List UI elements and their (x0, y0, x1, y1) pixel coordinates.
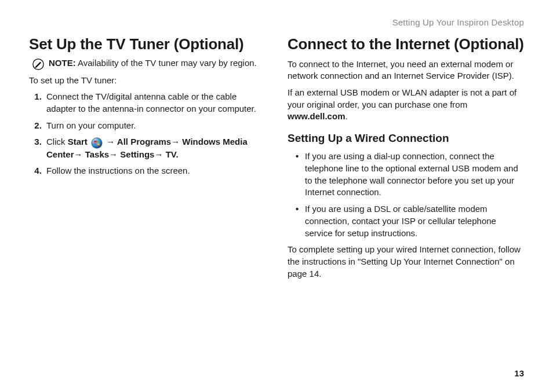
tv-tuner-intro: To set up the TV tuner: (29, 75, 265, 87)
subheading-wired: Setting Up a Wired Connection (288, 131, 524, 146)
note-text: NOTE: Availability of the TV tuner may v… (49, 57, 257, 69)
heading-internet: Connect to the Internet (Optional) (288, 35, 524, 54)
step3-tv: TV. (166, 149, 179, 159)
heading-tv-tuner: Set Up the TV Tuner (Optional) (29, 35, 265, 54)
page-number: 13 (514, 368, 524, 378)
internet-purchase: If an external USB modem or WLAN adapter… (288, 87, 524, 123)
internet-intro: To connect to the Internet, you need an … (288, 58, 524, 82)
step-2: Turn on your computer. (44, 120, 265, 132)
step3-tasks: Tasks (85, 149, 109, 159)
step3-arrow3: → (74, 149, 85, 159)
tv-tuner-steps: Connect the TV/digital antenna cable or … (29, 91, 265, 177)
step3-arrow4: → (109, 149, 120, 159)
wired-bullet-2: If you are using a DSL or cable/satellit… (299, 203, 524, 239)
manual-page: Setting Up Your Inspiron Desktop Set Up … (0, 0, 553, 392)
internet-p2c: . (345, 111, 347, 121)
step3-arrow1: → (104, 137, 117, 146)
wired-bullets: If you are using a dial-up connection, c… (288, 151, 524, 239)
step3-prefix: Click (46, 137, 68, 146)
right-column: Connect to the Internet (Optional) To co… (288, 35, 524, 284)
step-1: Connect the TV/digital antenna cable or … (44, 91, 265, 115)
note-body: Availability of the TV tuner may vary by… (76, 58, 257, 68)
step-4: Follow the instructions on the screen. (44, 165, 265, 177)
step-3: Click Start (44, 136, 265, 160)
two-column-layout: Set Up the TV Tuner (Optional) NOTE: Ava… (29, 35, 524, 284)
note-icon (32, 58, 44, 70)
svg-point-1 (92, 137, 102, 148)
step3-start-label: Start (68, 137, 88, 146)
note-label: NOTE: (49, 58, 76, 68)
left-column: Set Up the TV Tuner (Optional) NOTE: Ava… (29, 35, 265, 284)
dell-url: www.dell.com (288, 111, 345, 121)
step3-all-programs: All Programs (117, 137, 171, 146)
running-header: Setting Up Your Inspiron Desktop (29, 17, 524, 27)
step3-arrow5: → (154, 149, 165, 159)
wired-followup: To complete setting up your wired Intern… (288, 244, 524, 280)
windows-start-orb-icon (91, 137, 103, 149)
wired-bullet-1: If you are using a dial-up connection, c… (299, 151, 524, 199)
internet-p2a: If an external USB modem or WLAN adapter… (288, 87, 516, 109)
step3-arrow2: → (171, 137, 182, 146)
step3-settings: Settings (120, 149, 154, 159)
note-block: NOTE: Availability of the TV tuner may v… (32, 57, 265, 70)
